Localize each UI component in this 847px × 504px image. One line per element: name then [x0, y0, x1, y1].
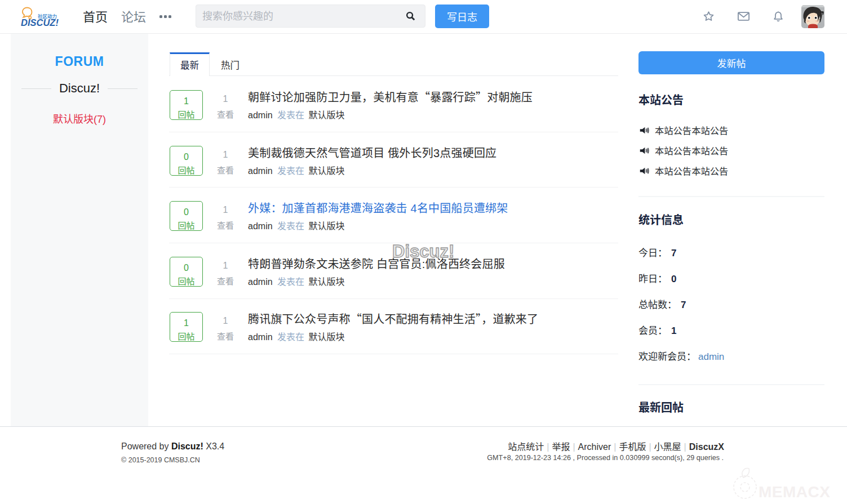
- svg-text:MEMACX: MEMACX: [759, 483, 830, 501]
- svg-text:DISCUZ!: DISCUZ!: [21, 17, 59, 27]
